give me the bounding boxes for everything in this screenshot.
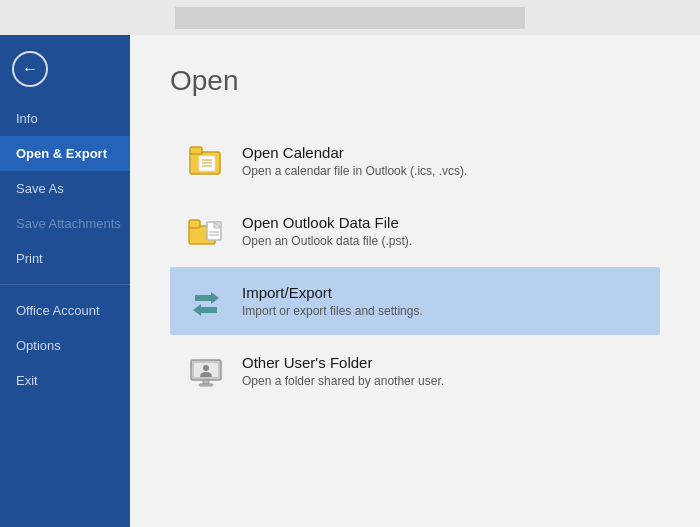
main-layout: ← Info Open & Export Save As Save Attach… xyxy=(0,35,700,527)
import-export-icon xyxy=(186,281,226,321)
sidebar-item-open-export[interactable]: Open & Export xyxy=(0,136,130,171)
sidebar-item-save-attachments: Save Attachments xyxy=(0,206,130,241)
menu-item-description: Open a calendar file in Outlook (.ics, .… xyxy=(242,164,467,178)
menu-item-title: Open Calendar xyxy=(242,144,467,161)
menu-item-open-calendar[interactable]: Open Calendar Open a calendar file in Ou… xyxy=(170,127,660,195)
menu-item-title: Import/Export xyxy=(242,284,423,301)
svg-point-15 xyxy=(203,365,209,371)
sidebar-item-save-as[interactable]: Save As xyxy=(0,171,130,206)
sidebar-item-label: Save Attachments xyxy=(16,216,121,231)
datafile-icon xyxy=(186,211,226,251)
menu-item-other-user-text: Other User's Folder Open a folder shared… xyxy=(242,354,444,388)
menu-item-open-data-file[interactable]: Open Outlook Data File Open an Outlook d… xyxy=(170,197,660,265)
svg-rect-14 xyxy=(199,384,213,386)
top-bar-input[interactable] xyxy=(175,7,525,29)
sidebar: ← Info Open & Export Save As Save Attach… xyxy=(0,35,130,527)
svg-rect-7 xyxy=(189,220,200,228)
svg-rect-1 xyxy=(190,147,202,154)
sidebar-item-label: Save As xyxy=(16,181,64,196)
menu-item-title: Other User's Folder xyxy=(242,354,444,371)
menu-item-import-export-text: Import/Export Import or export files and… xyxy=(242,284,423,318)
sidebar-item-options[interactable]: Options xyxy=(0,328,130,363)
menu-item-description: Open a folder shared by another user. xyxy=(242,374,444,388)
sidebar-item-label: Print xyxy=(16,251,43,266)
top-bar xyxy=(0,0,700,35)
content-area: Open Open Calendar Open xyxy=(130,35,700,527)
other-user-icon xyxy=(186,351,226,391)
calendar-icon xyxy=(186,141,226,181)
sidebar-item-info[interactable]: Info xyxy=(0,101,130,136)
back-button[interactable]: ← xyxy=(12,51,48,87)
sidebar-item-office-account[interactable]: Office Account xyxy=(0,293,130,328)
menu-item-import-export[interactable]: Import/Export Import or export files and… xyxy=(170,267,660,335)
sidebar-item-label: Exit xyxy=(16,373,38,388)
sidebar-divider xyxy=(0,284,130,285)
menu-item-title: Open Outlook Data File xyxy=(242,214,412,231)
menu-item-open-calendar-text: Open Calendar Open a calendar file in Ou… xyxy=(242,144,467,178)
svg-rect-13 xyxy=(203,380,209,384)
menu-item-other-user[interactable]: Other User's Folder Open a folder shared… xyxy=(170,337,660,405)
sidebar-item-label: Info xyxy=(16,111,38,126)
sidebar-item-exit[interactable]: Exit xyxy=(0,363,130,398)
sidebar-item-print[interactable]: Print xyxy=(0,241,130,276)
sidebar-item-label: Office Account xyxy=(16,303,100,318)
page-title: Open xyxy=(170,65,660,97)
sidebar-item-label: Options xyxy=(16,338,61,353)
sidebar-item-label: Open & Export xyxy=(16,146,107,161)
menu-item-description: Import or export files and settings. xyxy=(242,304,423,318)
back-arrow-icon: ← xyxy=(22,60,38,78)
menu-item-description: Open an Outlook data file (.pst). xyxy=(242,234,412,248)
menu-item-open-data-file-text: Open Outlook Data File Open an Outlook d… xyxy=(242,214,412,248)
